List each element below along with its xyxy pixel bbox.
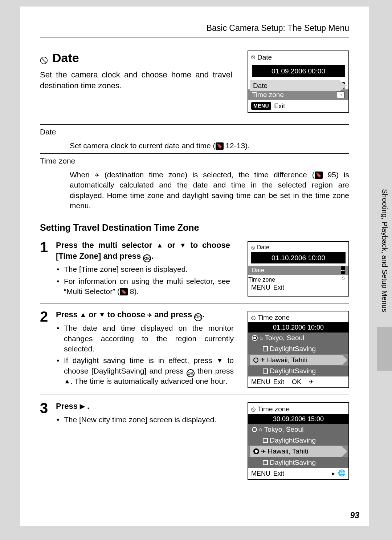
- airplane-icon: ✈: [147, 311, 152, 319]
- step-2: 2 Press ▲ or ▼ to choose ✈ and press OK.…: [40, 309, 349, 395]
- triangle-right-icon: ▶: [80, 402, 85, 411]
- step-bullet: If daylight saving time is in effect, pr…: [57, 355, 234, 386]
- lcd-title: Date: [257, 243, 269, 251]
- lcd-title: Date: [257, 53, 272, 62]
- home-icon: ⌂: [342, 274, 345, 281]
- lcd-row-date: Date: [250, 80, 347, 92]
- airplane-icon: ✈: [261, 448, 266, 456]
- clock-icon: ⦸: [251, 53, 255, 61]
- checkbox-icon: [263, 460, 268, 465]
- lcd-row-label: Time zone: [248, 277, 275, 283]
- ok-icon: OK: [143, 254, 151, 262]
- radio-on-icon: [253, 448, 259, 454]
- home-icon: ⌂: [337, 92, 345, 98]
- lcd-row-label: DaylightSaving: [270, 344, 316, 354]
- lcd-row-label: Tokyo, Seoul: [265, 333, 305, 343]
- lcd-title: Time zone: [258, 313, 290, 322]
- triangle-down-icon: ▼: [99, 310, 105, 319]
- lcd-datetime: 01.10.2006 10:00: [251, 252, 346, 264]
- triangle-down-icon: ▼: [217, 356, 223, 365]
- page-number: 93: [350, 510, 359, 521]
- checkbox-icon: [263, 368, 268, 374]
- clock-icon: ⦸: [40, 53, 48, 65]
- radio-off-icon: [252, 427, 257, 432]
- ok-icon: OK: [292, 378, 301, 386]
- step-bullet: The [Time zone] screen is displayed.: [57, 264, 230, 274]
- step-3: 3 Press ▶ . The [New city time zone] scr…: [40, 401, 349, 486]
- lcd-datetime: 30.09.2006 15:00: [248, 414, 348, 424]
- lcd-exit-label: Exit: [274, 102, 285, 110]
- airplane-icon: ✈: [260, 356, 265, 364]
- clock-icon: ⦸: [251, 313, 256, 322]
- step-number: 2: [40, 309, 52, 388]
- globe-icon: 🌐: [338, 469, 346, 477]
- chapter-tab: Shooting, Playback, and Setup Menus: [377, 189, 392, 349]
- lcd-row-label: DaylightSaving: [270, 366, 316, 376]
- ok-icon: OK: [187, 369, 195, 377]
- checkbox-icon: [263, 346, 268, 351]
- step-bullet: The [New city time zone] screen is displ…: [57, 415, 234, 425]
- clock-icon: ⦸: [251, 404, 256, 414]
- lcd-exit-label: Exit: [273, 469, 284, 478]
- lcd-exit-label: Exit: [273, 283, 284, 292]
- term-date: Date: [40, 127, 349, 137]
- lcd-datetime: 01.10.2006 10:00: [248, 322, 348, 333]
- step-title: Press ▶ .: [56, 401, 240, 412]
- lcd-row-label: Hawaii, Tahiti: [268, 447, 309, 456]
- home-icon: ⌂: [259, 426, 262, 433]
- triangle-up-icon: ▲: [80, 310, 86, 319]
- airplane-icon: ✈: [309, 378, 314, 386]
- definitions: Date Set camera clock to current date an…: [40, 124, 349, 211]
- page-ref-icon: 🔖: [120, 288, 128, 295]
- step-bullet: The date and time displayed on the monit…: [57, 323, 234, 354]
- lcd-title: Time zone: [258, 404, 290, 414]
- step-title: Press the multi selector ▲ or ▼ to choos…: [56, 240, 230, 261]
- ok-icon: OK: [194, 313, 202, 321]
- radio-on-icon: [252, 335, 258, 341]
- lcd-row-label: DaylightSaving: [270, 436, 316, 445]
- triangle-right-icon: ▸: [332, 469, 335, 478]
- chapter-marker: [377, 327, 392, 371]
- checkbox-icon: [263, 438, 268, 443]
- step-number: 3: [40, 401, 52, 480]
- lcd-step3: ⦸Time zone 30.09.2006 15:00 ⌂ Tokyo, Seo…: [248, 402, 349, 480]
- section-intro: Set the camera clock and choose home and…: [40, 69, 232, 91]
- menu-icon: MENU: [251, 378, 270, 386]
- step-bullet: For information on using the multi selec…: [57, 276, 230, 297]
- lcd-datetime: 01.09.2006 00:00: [252, 65, 345, 77]
- step-1: 1 Press the multi selector ▲ or ▼ to cho…: [40, 240, 349, 303]
- desc-date: Set camera clock to current date and tim…: [40, 141, 349, 151]
- lcd-date-menu: ⦸Date 01.09.2006 00:00 Date -- Time zone…: [248, 51, 349, 113]
- menu-icon: MENU: [251, 102, 271, 110]
- section-title: Date: [52, 50, 79, 67]
- lcd-step1: ⦸Date 01.10.2006 10:00 Date-- Time zone …: [248, 241, 349, 297]
- subheading: Setting Travel Destination Time Zone: [40, 222, 349, 234]
- lcd-row-label: DaylightSaving: [270, 458, 316, 467]
- lcd-value-badge: --: [341, 266, 345, 274]
- triangle-down-icon: ▼: [180, 241, 186, 250]
- lcd-step2: ⦸Time zone 01.10.2006 10:00 ⌂ Tokyo, Seo…: [248, 311, 349, 388]
- lcd-row-label: Date: [252, 266, 264, 274]
- lcd-exit-label: Exit: [273, 378, 284, 386]
- triangle-up-icon: ▲: [64, 377, 70, 386]
- step-title: Press ▲ or ▼ to choose ✈ and press OK.: [56, 309, 234, 320]
- page-ref-icon: 🔖: [315, 172, 323, 179]
- lcd-row-label: Tokyo, Seoul: [264, 425, 304, 434]
- page-ref-icon: 🔖: [216, 142, 224, 150]
- section-title-row: ⦸ Date: [40, 50, 240, 67]
- menu-icon: MENU: [251, 469, 270, 478]
- lcd-row-label: Date: [253, 81, 268, 90]
- menu-icon: MENU: [251, 283, 270, 292]
- airplane-icon: ✈: [95, 172, 99, 180]
- term-timezone: Time zone: [40, 156, 349, 166]
- triangle-up-icon: ▲: [156, 241, 163, 250]
- page-header: Basic Camera Setup: The Setup Menu: [40, 23, 349, 37]
- manual-page: Basic Camera Setup: The Setup Menu ⦸ Dat…: [20, 7, 369, 526]
- radio-off-icon: [253, 358, 258, 363]
- step-number: 1: [40, 240, 52, 297]
- desc-timezone: When ✈ (destination time zone) is select…: [40, 170, 349, 211]
- chapter-label: Shooting, Playback, and Setup Menus: [380, 189, 389, 312]
- clock-icon: ⦸: [251, 243, 255, 251]
- home-icon: ⌂: [260, 334, 263, 342]
- lcd-row-label: Hawaii, Tahiti: [267, 355, 308, 365]
